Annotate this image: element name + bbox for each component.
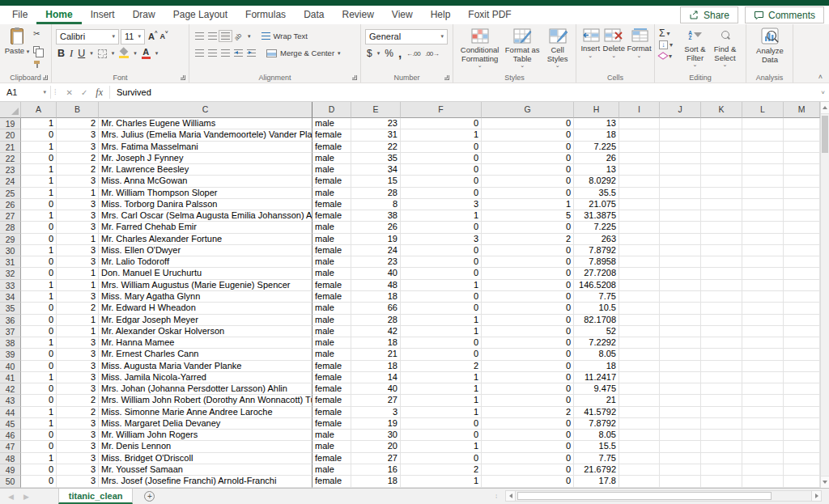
cell-b47[interactable]: 3 bbox=[57, 441, 99, 452]
cell-k21[interactable] bbox=[701, 142, 742, 153]
cell-c47[interactable]: Mr. Denis Lennon bbox=[99, 441, 312, 452]
share-button[interactable]: Share bbox=[680, 6, 738, 23]
cell-l33[interactable] bbox=[742, 280, 784, 291]
cell-c49[interactable]: Mr. Youssef Samaan bbox=[99, 464, 312, 476]
cell-k25[interactable] bbox=[701, 188, 742, 199]
cell-d26[interactable]: female bbox=[312, 199, 351, 210]
cell-b38[interactable]: 3 bbox=[57, 337, 99, 349]
cell-e47[interactable]: 20 bbox=[351, 441, 401, 452]
cell-g19[interactable]: 0 bbox=[482, 118, 574, 129]
cell-d28[interactable]: male bbox=[312, 222, 351, 233]
cell-a27[interactable]: 1 bbox=[21, 210, 57, 222]
menu-tab-review[interactable]: Review bbox=[333, 6, 382, 24]
row-header-19[interactable]: 19 bbox=[0, 118, 21, 129]
number-dialog-launcher-icon[interactable] bbox=[444, 75, 449, 80]
cell-g29[interactable]: 2 bbox=[482, 234, 574, 245]
cell-e26[interactable]: 8 bbox=[351, 199, 401, 210]
cell-c38[interactable]: Mr. Hanna Mamee bbox=[99, 337, 312, 349]
row-header-43[interactable]: 43 bbox=[0, 395, 21, 406]
cell-d29[interactable]: male bbox=[312, 234, 351, 245]
cell-c41[interactable]: Miss. Jamila Nicola-Yarred bbox=[99, 372, 312, 383]
row-header-42[interactable]: 42 bbox=[0, 383, 21, 395]
cell-d46[interactable]: male bbox=[312, 430, 351, 441]
enter-icon[interactable]: ✓ bbox=[81, 88, 87, 97]
cell-f45[interactable]: 0 bbox=[401, 418, 482, 430]
cell-j38[interactable] bbox=[660, 337, 701, 349]
cell-a26[interactable]: 0 bbox=[21, 199, 57, 210]
row-header-29[interactable]: 29 bbox=[0, 234, 21, 245]
cell-i26[interactable] bbox=[619, 199, 660, 210]
cell-a25[interactable]: 1 bbox=[21, 188, 57, 199]
increase-decimal-icon[interactable]: ←.00 bbox=[406, 50, 420, 57]
cell-a42[interactable]: 0 bbox=[21, 383, 57, 395]
cell-k37[interactable] bbox=[701, 326, 742, 337]
select-all-corner[interactable] bbox=[0, 102, 21, 118]
cell-k24[interactable] bbox=[701, 176, 742, 187]
cell-d25[interactable]: male bbox=[312, 188, 351, 199]
cell-e38[interactable]: 18 bbox=[351, 337, 401, 349]
cell-c34[interactable]: Miss. Mary Agatha Glynn bbox=[99, 291, 312, 303]
cell-f26[interactable]: 3 bbox=[401, 199, 482, 210]
cell-b44[interactable]: 2 bbox=[57, 407, 99, 418]
cell-i48[interactable] bbox=[619, 453, 660, 464]
cell-m49[interactable] bbox=[784, 464, 820, 476]
cell-d49[interactable]: male bbox=[312, 464, 351, 476]
cell-e48[interactable]: 27 bbox=[351, 453, 401, 464]
cell-m41[interactable] bbox=[784, 372, 820, 383]
cell-j46[interactable] bbox=[660, 430, 701, 441]
cell-l30[interactable] bbox=[742, 245, 784, 256]
cell-l44[interactable] bbox=[742, 407, 784, 418]
cell-j23[interactable] bbox=[660, 164, 701, 176]
cell-h44[interactable]: 41.5792 bbox=[574, 407, 619, 418]
cell-f43[interactable]: 1 bbox=[401, 395, 482, 406]
cell-m22[interactable] bbox=[784, 153, 820, 164]
cell-a23[interactable]: 1 bbox=[21, 164, 57, 176]
cell-l25[interactable] bbox=[742, 188, 784, 199]
cell-l39[interactable] bbox=[742, 349, 784, 360]
cell-e43[interactable]: 27 bbox=[351, 395, 401, 406]
cell-b42[interactable]: 3 bbox=[57, 383, 99, 395]
cell-b35[interactable]: 2 bbox=[57, 303, 99, 314]
cell-a19[interactable]: 1 bbox=[21, 118, 57, 129]
align-bottom-icon[interactable] bbox=[221, 32, 230, 40]
next-sheet-icon[interactable]: ▶ bbox=[23, 493, 29, 501]
cell-i20[interactable] bbox=[619, 129, 660, 141]
row-header-47[interactable]: 47 bbox=[0, 441, 21, 452]
cell-b41[interactable]: 3 bbox=[57, 372, 99, 383]
cell-a43[interactable]: 0 bbox=[21, 395, 57, 406]
cell-m45[interactable] bbox=[784, 418, 820, 430]
cell-l28[interactable] bbox=[742, 222, 784, 233]
cell-e44[interactable]: 3 bbox=[351, 407, 401, 418]
cell-e41[interactable]: 14 bbox=[351, 372, 401, 383]
cell-f21[interactable]: 0 bbox=[401, 142, 482, 153]
cell-f38[interactable]: 0 bbox=[401, 337, 482, 349]
cell-d37[interactable]: male bbox=[312, 326, 351, 337]
cell-h20[interactable]: 18 bbox=[574, 129, 619, 141]
cell-b27[interactable]: 3 bbox=[57, 210, 99, 222]
cell-g40[interactable]: 0 bbox=[482, 361, 574, 372]
cell-g21[interactable]: 0 bbox=[482, 142, 574, 153]
cell-e19[interactable]: 23 bbox=[351, 118, 401, 129]
percent-format-button[interactable]: % bbox=[385, 48, 393, 59]
cell-d22[interactable]: male bbox=[312, 153, 351, 164]
cell-f27[interactable]: 1 bbox=[401, 210, 482, 222]
cell-k35[interactable] bbox=[701, 303, 742, 314]
cell-j35[interactable] bbox=[660, 303, 701, 314]
cell-h31[interactable]: 7.8958 bbox=[574, 256, 619, 268]
cell-c39[interactable]: Mr. Ernest Charles Cann bbox=[99, 349, 312, 360]
cell-a20[interactable]: 0 bbox=[21, 129, 57, 141]
cell-b50[interactable]: 3 bbox=[57, 476, 99, 487]
cell-k31[interactable] bbox=[701, 256, 742, 268]
cell-b49[interactable]: 3 bbox=[57, 464, 99, 476]
cell-a49[interactable]: 0 bbox=[21, 464, 57, 476]
cell-h24[interactable]: 8.0292 bbox=[574, 176, 619, 187]
cell-j27[interactable] bbox=[660, 210, 701, 222]
collapse-ribbon-icon[interactable]: ˄ bbox=[818, 73, 823, 81]
autosum-button[interactable]: Σ▾ bbox=[659, 29, 680, 38]
cell-i22[interactable] bbox=[619, 153, 660, 164]
cell-d44[interactable]: female bbox=[312, 407, 351, 418]
cell-i31[interactable] bbox=[619, 256, 660, 268]
expand-formula-bar-icon[interactable]: ˅ bbox=[821, 83, 825, 101]
cell-j39[interactable] bbox=[660, 349, 701, 360]
cell-l46[interactable] bbox=[742, 430, 784, 441]
